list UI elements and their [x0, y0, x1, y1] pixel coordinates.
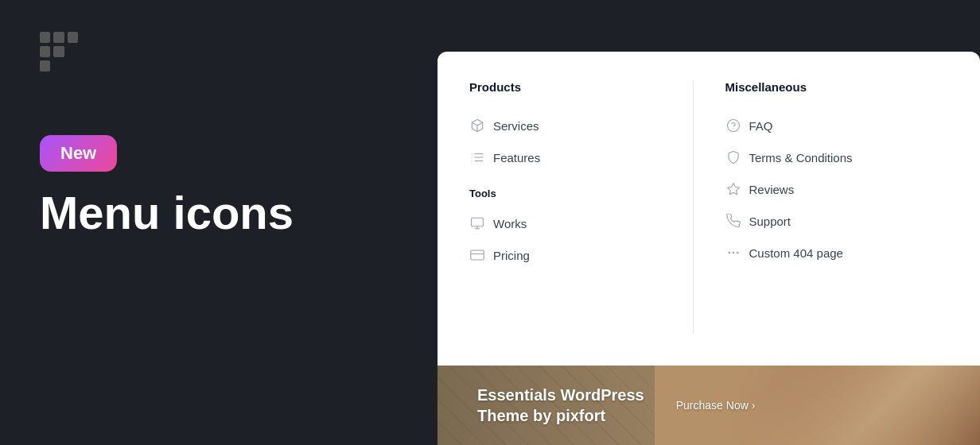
menu-item-terms[interactable]: Terms & Conditions — [725, 141, 949, 173]
menu-item-faq-label: FAQ — [749, 119, 773, 133]
dots-icon — [725, 245, 741, 261]
menu-item-custom404[interactable]: Custom 404 page — [725, 237, 949, 269]
section-header-products: Products — [469, 80, 693, 94]
logo-cell — [40, 32, 50, 43]
svg-point-16 — [733, 252, 734, 253]
logo-cell — [40, 60, 50, 72]
section-header-tools: Tools — [469, 188, 693, 199]
logo-cell — [68, 32, 78, 43]
menu-item-custom404-label: Custom 404 page — [749, 246, 843, 260]
banner-title: Essentials WordPress Theme by pixfort — [477, 385, 644, 426]
menu-item-features-label: Features — [493, 151, 540, 164]
monitor-icon — [469, 215, 485, 231]
menu-column-right: Miscellaneous FAQ Terms & Con — [693, 80, 949, 334]
new-badge: New — [40, 135, 117, 172]
banner: Essentials WordPress Theme by pixfort Pu… — [438, 366, 980, 445]
svg-point-12 — [727, 120, 739, 132]
logo-cell — [53, 32, 64, 43]
phone-icon — [725, 213, 741, 229]
logo — [40, 32, 78, 72]
menu-item-support-label: Support — [749, 215, 791, 228]
menu-item-pricing[interactable]: Pricing — [469, 239, 693, 271]
section-header-misc: Miscellaneous — [725, 80, 949, 94]
menu-item-services[interactable]: Services — [469, 110, 693, 141]
page-title: Menu icons — [40, 188, 398, 238]
logo-cell — [53, 46, 64, 57]
star-icon — [725, 181, 741, 197]
menu-item-support[interactable]: Support — [725, 205, 949, 237]
box-icon — [469, 118, 485, 134]
menu-item-faq[interactable]: FAQ — [725, 110, 949, 141]
svg-marker-14 — [727, 184, 739, 195]
right-panel: Products Services — [438, 0, 980, 445]
list-icon — [469, 149, 485, 165]
shield-icon — [725, 149, 741, 165]
left-panel: New Menu icons — [0, 0, 438, 445]
menu-item-reviews-label: Reviews — [749, 183, 795, 196]
menu-item-reviews[interactable]: Reviews — [725, 173, 949, 205]
menu-item-pricing-label: Pricing — [493, 249, 530, 262]
svg-point-17 — [737, 252, 738, 253]
menu-item-services-label: Services — [493, 119, 539, 133]
banner-text: Essentials WordPress Theme by pixfort — [477, 385, 644, 426]
menu-item-works[interactable]: Works — [469, 207, 693, 239]
banner-cta-button[interactable]: Purchase Now — [676, 399, 756, 412]
menu-column-left: Products Services — [469, 80, 693, 334]
help-icon — [725, 118, 741, 134]
svg-point-15 — [729, 252, 730, 253]
menu-item-works-label: Works — [493, 217, 527, 230]
logo-cell-empty — [53, 60, 64, 72]
logo-cell-empty — [68, 60, 78, 72]
card-icon — [469, 247, 485, 263]
menu-item-features[interactable]: Features — [469, 141, 693, 173]
logo-cell-empty — [68, 46, 78, 57]
logo-cell — [40, 46, 50, 57]
menu-item-terms-label: Terms & Conditions — [749, 151, 853, 164]
svg-rect-7 — [472, 218, 484, 226]
dropdown-menu: Products Services — [438, 52, 980, 366]
svg-rect-10 — [471, 250, 484, 260]
